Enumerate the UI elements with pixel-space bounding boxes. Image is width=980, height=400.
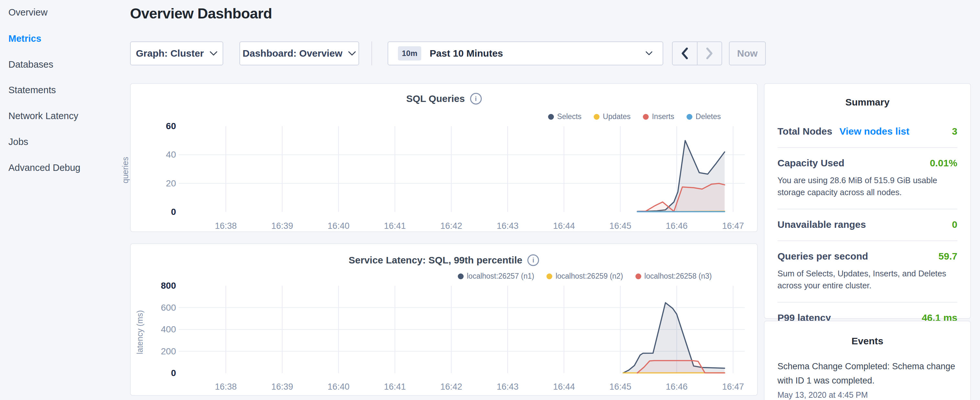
sidebar: Overview Metrics Databases Statements Ne… xyxy=(0,0,130,400)
events-title: Events xyxy=(778,336,957,347)
capacity-used-stat: Capacity Used 0.01% You are using 28.6 M… xyxy=(778,148,957,209)
x-axis-tick-label: 16:47 xyxy=(711,221,756,231)
event-timestamp: May 13, 2020 at 4:45 PM xyxy=(778,390,957,400)
sidebar-item-network-latency[interactable]: Network Latency xyxy=(8,111,78,121)
sidebar-item-metrics[interactable]: Metrics xyxy=(8,33,41,44)
unavailable-ranges-label: Unavailable ranges xyxy=(778,219,866,230)
summary-title: Summary xyxy=(778,97,957,108)
summary-panel: Summary Total Nodes View nodes list 3 Ca… xyxy=(764,83,971,319)
x-axis-tick-label: 16:47 xyxy=(711,382,756,392)
now-button[interactable]: Now xyxy=(729,41,766,65)
chevron-right-icon xyxy=(706,48,713,59)
sql-queries-plot: 16:3816:3916:4016:4116:4216:4316:4416:45… xyxy=(131,84,757,231)
capacity-used-description: You are using 28.6 MiB of 515.9 GiB usab… xyxy=(778,174,957,198)
unavailable-ranges-stat: Unavailable ranges 0 xyxy=(778,209,957,241)
next-time-range-button[interactable] xyxy=(698,42,722,65)
service-latency-plot: 16:3816:3916:4016:4116:4216:4316:4416:45… xyxy=(131,244,757,395)
sidebar-item-overview[interactable]: Overview xyxy=(8,7,48,18)
page-title: Overview Dashboard xyxy=(130,5,272,22)
x-axis-tick-label: 16:44 xyxy=(541,382,587,392)
y-axis-tick-label: 800 xyxy=(131,280,176,291)
event-list-item[interactable]: Schema Change Completed: Schema change w… xyxy=(778,360,957,400)
sidebar-item-databases[interactable]: Databases xyxy=(8,59,53,70)
toolbar-divider xyxy=(371,41,372,65)
queries-per-second-value: 59.7 xyxy=(939,251,957,262)
x-axis-tick-label: 16:42 xyxy=(429,382,474,392)
sql-queries-chart-panel: SQL Queries i SelectsUpdatesInsertsDelet… xyxy=(130,83,758,232)
unavailable-ranges-value: 0 xyxy=(952,219,957,230)
y-axis-tick-label: 0 xyxy=(131,207,176,217)
y-axis-unit-label: latency (ms) xyxy=(135,310,145,354)
prev-time-range-button[interactable] xyxy=(673,42,698,65)
total-nodes-stat: Total Nodes View nodes list 3 xyxy=(778,116,957,148)
y-axis-tick-label: 40 xyxy=(131,150,176,160)
service-latency-chart-panel: Service Latency: SQL, 99th percentile i … xyxy=(130,243,758,396)
x-axis-tick-label: 16:46 xyxy=(654,382,700,392)
queries-per-second-label: Queries per second xyxy=(778,251,868,262)
x-axis-tick-label: 16:46 xyxy=(654,221,700,231)
x-axis-tick-label: 16:39 xyxy=(259,221,305,231)
view-nodes-list-link[interactable]: View nodes list xyxy=(839,126,909,137)
time-range-pager xyxy=(672,41,722,65)
dashboard-selector-dropdown[interactable]: Dashboard: Overview xyxy=(239,41,359,65)
x-axis-tick-label: 16:45 xyxy=(598,382,643,392)
x-axis-tick-label: 16:40 xyxy=(316,221,361,231)
x-axis-tick-label: 16:41 xyxy=(372,221,418,231)
x-axis-tick-label: 16:44 xyxy=(541,221,587,231)
queries-per-second-stat: Queries per second 59.7 Sum of Selects, … xyxy=(778,241,957,303)
y-axis-tick-label: 0 xyxy=(131,368,176,378)
events-panel: Events Schema Change Completed: Schema c… xyxy=(764,321,971,400)
x-axis-tick-label: 16:45 xyxy=(598,221,643,231)
total-nodes-value: 3 xyxy=(952,126,957,137)
time-range-dropdown[interactable]: 10m Past 10 Minutes xyxy=(388,41,663,65)
event-text: Schema Change Completed: Schema change w… xyxy=(778,360,957,388)
sidebar-item-advanced-debug[interactable]: Advanced Debug xyxy=(8,163,81,173)
sidebar-item-statements[interactable]: Statements xyxy=(8,85,56,96)
chevron-down-icon xyxy=(645,51,653,56)
x-axis-tick-label: 16:41 xyxy=(372,382,418,392)
y-axis-unit-label: queries xyxy=(121,157,130,183)
chevron-down-icon xyxy=(348,51,356,56)
x-axis-tick-label: 16:38 xyxy=(203,382,248,392)
x-axis-tick-label: 16:43 xyxy=(485,382,530,392)
chevron-down-icon xyxy=(210,51,217,56)
total-nodes-label: Total Nodes xyxy=(778,126,832,137)
x-axis-tick-label: 16:42 xyxy=(429,221,474,231)
x-axis-tick-label: 16:38 xyxy=(203,221,248,231)
graph-selector-label: Graph: Cluster xyxy=(136,48,204,59)
db-console-metrics-page: Overview Metrics Databases Statements Ne… xyxy=(0,0,980,400)
x-axis-tick-label: 16:40 xyxy=(316,382,361,392)
sidebar-item-jobs[interactable]: Jobs xyxy=(8,137,28,147)
chevron-left-icon xyxy=(681,48,688,59)
time-range-label: Past 10 Minutes xyxy=(430,48,503,59)
time-range-badge: 10m xyxy=(398,46,421,61)
x-axis-tick-label: 16:39 xyxy=(259,382,305,392)
capacity-used-value: 0.01% xyxy=(930,158,957,169)
dashboard-selector-label: Dashboard: Overview xyxy=(243,48,342,59)
graph-selector-dropdown[interactable]: Graph: Cluster xyxy=(130,41,223,65)
queries-per-second-description: Sum of Selects, Updates, Inserts, and De… xyxy=(778,268,957,292)
capacity-used-label: Capacity Used xyxy=(778,158,845,169)
x-axis-tick-label: 16:43 xyxy=(485,221,530,231)
y-axis-tick-label: 20 xyxy=(131,178,176,189)
y-axis-tick-label: 60 xyxy=(131,121,176,131)
